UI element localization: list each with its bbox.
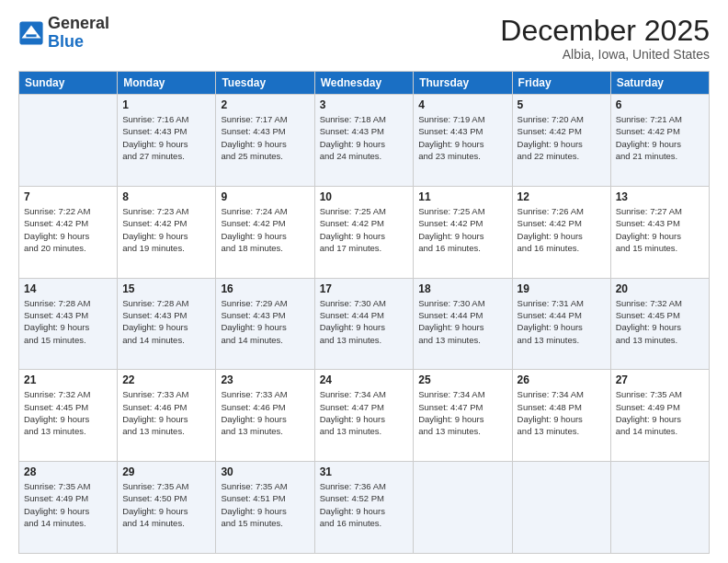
svg-rect-2 <box>26 34 36 37</box>
table-row: 22Sunrise: 7:33 AMSunset: 4:46 PMDayligh… <box>118 370 216 462</box>
table-row: 20Sunrise: 7:32 AMSunset: 4:45 PMDayligh… <box>610 278 709 370</box>
header-sunday: Sunday <box>19 72 118 95</box>
calendar-week-row: 14Sunrise: 7:28 AMSunset: 4:43 PMDayligh… <box>19 278 710 370</box>
day-number: 1 <box>122 98 210 111</box>
logo-icon <box>18 20 44 46</box>
day-info: Sunrise: 7:25 AMSunset: 4:42 PMDaylight:… <box>418 205 506 254</box>
day-number: 13 <box>616 190 704 203</box>
day-info: Sunrise: 7:28 AMSunset: 4:43 PMDaylight:… <box>24 297 112 346</box>
table-row: 8Sunrise: 7:23 AMSunset: 4:42 PMDaylight… <box>118 186 216 278</box>
header-tuesday: Tuesday <box>216 72 314 95</box>
day-number: 2 <box>221 98 309 111</box>
day-info: Sunrise: 7:35 AMSunset: 4:51 PMDaylight:… <box>221 480 309 529</box>
day-number: 5 <box>518 98 606 111</box>
calendar-header-row: Sunday Monday Tuesday Wednesday Thursday… <box>19 72 710 95</box>
calendar-week-row: 7Sunrise: 7:22 AMSunset: 4:42 PMDaylight… <box>19 186 710 278</box>
table-row: 16Sunrise: 7:29 AMSunset: 4:43 PMDayligh… <box>216 278 314 370</box>
header: General Blue December 2025 Albia, Iowa, … <box>18 15 710 62</box>
day-info: Sunrise: 7:35 AMSunset: 4:49 PMDaylight:… <box>24 480 112 529</box>
table-row: 30Sunrise: 7:35 AMSunset: 4:51 PMDayligh… <box>216 462 314 554</box>
day-number: 21 <box>24 373 112 386</box>
table-row: 11Sunrise: 7:25 AMSunset: 4:42 PMDayligh… <box>414 186 512 278</box>
day-info: Sunrise: 7:16 AMSunset: 4:43 PMDaylight:… <box>122 113 210 162</box>
day-info: Sunrise: 7:18 AMSunset: 4:43 PMDaylight:… <box>320 113 409 162</box>
table-row: 15Sunrise: 7:28 AMSunset: 4:43 PMDayligh… <box>118 278 216 370</box>
calendar: Sunday Monday Tuesday Wednesday Thursday… <box>18 71 710 554</box>
table-row: 3Sunrise: 7:18 AMSunset: 4:43 PMDaylight… <box>314 95 414 187</box>
table-row <box>19 95 118 187</box>
day-number: 22 <box>122 373 210 386</box>
day-number: 14 <box>24 282 112 295</box>
day-info: Sunrise: 7:34 AMSunset: 4:47 PMDaylight:… <box>320 388 409 437</box>
day-info: Sunrise: 7:33 AMSunset: 4:46 PMDaylight:… <box>221 388 309 437</box>
day-number: 4 <box>418 98 506 111</box>
day-number: 31 <box>320 465 409 478</box>
day-info: Sunrise: 7:34 AMSunset: 4:48 PMDaylight:… <box>518 388 606 437</box>
day-info: Sunrise: 7:30 AMSunset: 4:44 PMDaylight:… <box>320 297 409 346</box>
day-number: 9 <box>221 190 309 203</box>
day-info: Sunrise: 7:32 AMSunset: 4:45 PMDaylight:… <box>24 388 112 437</box>
day-info: Sunrise: 7:32 AMSunset: 4:45 PMDaylight:… <box>616 297 704 346</box>
day-number: 8 <box>122 190 210 203</box>
table-row: 24Sunrise: 7:34 AMSunset: 4:47 PMDayligh… <box>314 370 414 462</box>
day-number: 16 <box>221 282 309 295</box>
logo: General Blue <box>18 15 109 52</box>
day-info: Sunrise: 7:34 AMSunset: 4:47 PMDaylight:… <box>418 388 506 437</box>
day-info: Sunrise: 7:35 AMSunset: 4:50 PMDaylight:… <box>122 480 210 529</box>
day-number: 7 <box>24 190 112 203</box>
table-row: 31Sunrise: 7:36 AMSunset: 4:52 PMDayligh… <box>314 462 414 554</box>
day-number: 18 <box>418 282 506 295</box>
location-text: Albia, Iowa, United States <box>500 47 710 62</box>
day-info: Sunrise: 7:20 AMSunset: 4:42 PMDaylight:… <box>518 113 606 162</box>
day-info: Sunrise: 7:24 AMSunset: 4:42 PMDaylight:… <box>221 205 309 254</box>
table-row: 5Sunrise: 7:20 AMSunset: 4:42 PMDaylight… <box>512 95 610 187</box>
table-row: 6Sunrise: 7:21 AMSunset: 4:42 PMDaylight… <box>610 95 709 187</box>
table-row: 17Sunrise: 7:30 AMSunset: 4:44 PMDayligh… <box>314 278 414 370</box>
calendar-week-row: 1Sunrise: 7:16 AMSunset: 4:43 PMDaylight… <box>19 95 710 187</box>
day-info: Sunrise: 7:29 AMSunset: 4:43 PMDaylight:… <box>221 297 309 346</box>
day-number: 17 <box>320 282 409 295</box>
day-number: 27 <box>616 373 704 386</box>
day-number: 6 <box>616 98 704 111</box>
day-number: 28 <box>24 465 112 478</box>
table-row <box>610 462 709 554</box>
day-number: 24 <box>320 373 409 386</box>
day-info: Sunrise: 7:21 AMSunset: 4:42 PMDaylight:… <box>616 113 704 162</box>
logo-blue-text: Blue <box>48 33 109 52</box>
table-row: 9Sunrise: 7:24 AMSunset: 4:42 PMDaylight… <box>216 186 314 278</box>
table-row <box>414 462 512 554</box>
day-info: Sunrise: 7:23 AMSunset: 4:42 PMDaylight:… <box>122 205 210 254</box>
table-row: 18Sunrise: 7:30 AMSunset: 4:44 PMDayligh… <box>414 278 512 370</box>
table-row: 4Sunrise: 7:19 AMSunset: 4:43 PMDaylight… <box>414 95 512 187</box>
table-row: 13Sunrise: 7:27 AMSunset: 4:43 PMDayligh… <box>610 186 709 278</box>
day-info: Sunrise: 7:35 AMSunset: 4:49 PMDaylight:… <box>616 388 704 437</box>
header-saturday: Saturday <box>610 72 709 95</box>
day-number: 3 <box>320 98 409 111</box>
logo-general-text: General <box>48 15 109 33</box>
table-row: 23Sunrise: 7:33 AMSunset: 4:46 PMDayligh… <box>216 370 314 462</box>
day-number: 11 <box>418 190 506 203</box>
table-row: 12Sunrise: 7:26 AMSunset: 4:42 PMDayligh… <box>512 186 610 278</box>
calendar-week-row: 28Sunrise: 7:35 AMSunset: 4:49 PMDayligh… <box>19 462 710 554</box>
day-number: 25 <box>418 373 506 386</box>
calendar-week-row: 21Sunrise: 7:32 AMSunset: 4:45 PMDayligh… <box>19 370 710 462</box>
day-info: Sunrise: 7:27 AMSunset: 4:43 PMDaylight:… <box>616 205 704 254</box>
day-number: 23 <box>221 373 309 386</box>
day-info: Sunrise: 7:36 AMSunset: 4:52 PMDaylight:… <box>320 480 409 529</box>
table-row: 1Sunrise: 7:16 AMSunset: 4:43 PMDaylight… <box>118 95 216 187</box>
day-info: Sunrise: 7:26 AMSunset: 4:42 PMDaylight:… <box>518 205 606 254</box>
day-number: 30 <box>221 465 309 478</box>
header-friday: Friday <box>512 72 610 95</box>
title-block: December 2025 Albia, Iowa, United States <box>500 15 710 62</box>
day-number: 20 <box>616 282 704 295</box>
table-row: 28Sunrise: 7:35 AMSunset: 4:49 PMDayligh… <box>19 462 118 554</box>
table-row: 7Sunrise: 7:22 AMSunset: 4:42 PMDaylight… <box>19 186 118 278</box>
day-info: Sunrise: 7:22 AMSunset: 4:42 PMDaylight:… <box>24 205 112 254</box>
table-row: 26Sunrise: 7:34 AMSunset: 4:48 PMDayligh… <box>512 370 610 462</box>
table-row: 29Sunrise: 7:35 AMSunset: 4:50 PMDayligh… <box>118 462 216 554</box>
table-row <box>512 462 610 554</box>
day-info: Sunrise: 7:30 AMSunset: 4:44 PMDaylight:… <box>418 297 506 346</box>
table-row: 27Sunrise: 7:35 AMSunset: 4:49 PMDayligh… <box>610 370 709 462</box>
day-info: Sunrise: 7:31 AMSunset: 4:44 PMDaylight:… <box>518 297 606 346</box>
header-monday: Monday <box>118 72 216 95</box>
